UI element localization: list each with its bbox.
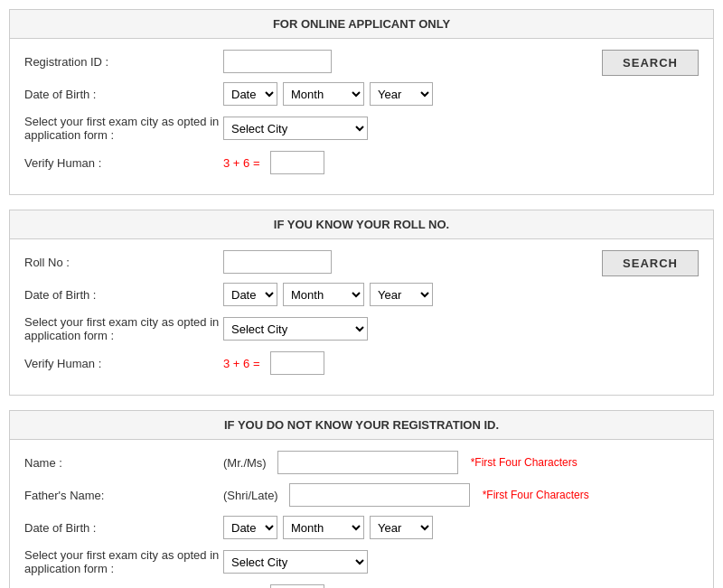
s3-father-label: Father's Name:: [24, 489, 223, 502]
s2-year-select[interactable]: Year: [370, 283, 433, 306]
section3-header: IF YOU DO NOT KNOW YOUR REGISTRATION ID.: [10, 411, 713, 440]
s3-city-select[interactable]: Select City: [223, 550, 368, 574]
roll-no-input[interactable]: [223, 250, 332, 274]
s3-father-prefix: (Shri/Late): [223, 489, 278, 502]
s1-dob-label: Date of Birth :: [24, 88, 223, 101]
section2-header: IF YOU KNOW YOUR ROLL NO.: [10, 210, 713, 239]
s2-month-select[interactable]: Month: [283, 283, 364, 306]
s2-search-button[interactable]: SEARCH: [602, 250, 699, 276]
s1-city-select[interactable]: Select City: [223, 117, 368, 140]
s1-search-button[interactable]: SEARCH: [602, 50, 699, 76]
s1-captcha-input[interactable]: [270, 151, 324, 174]
s3-captcha-input[interactable]: [270, 584, 324, 588]
section-online-applicant: FOR ONLINE APPLICANT ONLY Registration I…: [9, 9, 714, 195]
s1-verify-equation: 3 + 6 =: [223, 156, 259, 170]
s1-year-select[interactable]: Year: [370, 82, 433, 106]
s2-dob-label: Date of Birth :: [24, 288, 223, 302]
s1-city-label: Select your first exam city as opted in …: [24, 115, 223, 142]
s2-city-select[interactable]: Select City: [223, 317, 368, 341]
s2-date-select[interactable]: Date: [223, 283, 277, 306]
s3-father-input[interactable]: [289, 483, 470, 507]
s1-month-select[interactable]: Month: [283, 82, 364, 106]
section-no-reg-id: IF YOU DO NOT KNOW YOUR REGISTRATION ID.…: [9, 410, 714, 588]
s3-father-hint: *First Four Characters: [483, 489, 589, 501]
s3-name-label: Name :: [24, 456, 223, 470]
s3-date-select[interactable]: Date: [223, 516, 277, 539]
s2-city-label: Select your first exam city as opted in …: [24, 315, 223, 342]
s1-date-select[interactable]: Date: [223, 82, 277, 106]
s3-month-select[interactable]: Month: [283, 516, 364, 539]
s3-name-prefix: (Mr./Ms): [223, 456, 267, 470]
s2-verify-equation: 3 + 6 =: [223, 357, 259, 370]
s3-name-input[interactable]: [277, 451, 458, 474]
s3-year-select[interactable]: Year: [370, 516, 433, 539]
section-roll-no: IF YOU KNOW YOUR ROLL NO. Roll No : Date…: [9, 210, 714, 396]
rollno-label: Roll No :: [24, 256, 223, 269]
s2-captcha-input[interactable]: [270, 351, 324, 375]
regid-label: Registration ID :: [24, 55, 223, 69]
s3-name-hint: *First Four Characters: [471, 456, 577, 469]
s1-verify-label: Verify Human :: [24, 156, 223, 170]
registration-id-input[interactable]: [223, 50, 332, 73]
section1-header: FOR ONLINE APPLICANT ONLY: [10, 10, 713, 39]
s3-dob-label: Date of Birth :: [24, 521, 223, 535]
s3-city-label: Select your first exam city as opted in …: [24, 548, 223, 575]
s2-verify-label: Verify Human :: [24, 357, 223, 370]
